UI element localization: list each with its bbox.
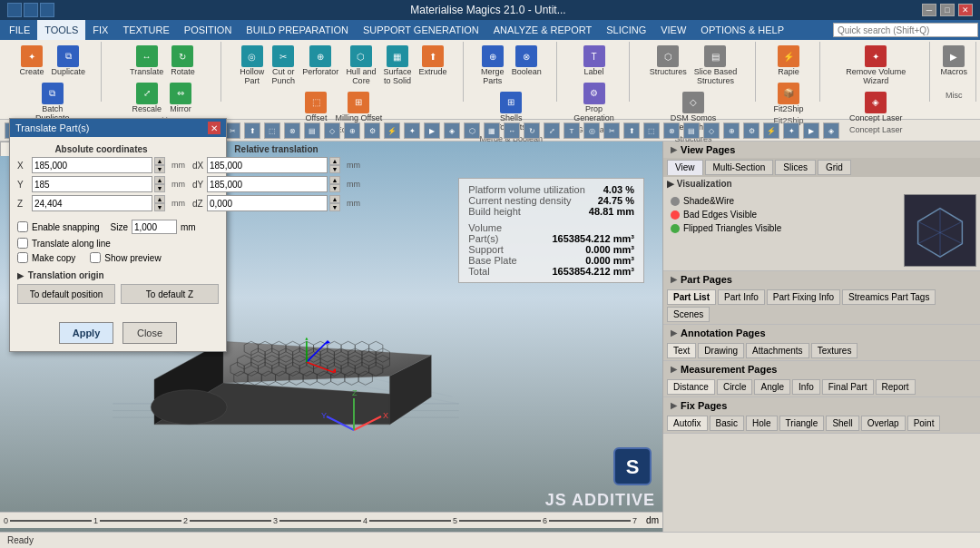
rescale-button[interactable]: ⤢ Rescale [130, 81, 165, 116]
fix-pages-header[interactable]: ▶ Fix Pages [663, 397, 980, 414]
menu-position[interactable]: POSITION [177, 20, 240, 40]
abs-x-input[interactable] [32, 157, 152, 173]
rel-dx-spin-up[interactable]: ▲ [329, 157, 340, 165]
hollow-part-button[interactable]: ◎ HollowPart [237, 44, 267, 88]
fix-tab-shell[interactable]: Shell [826, 416, 858, 431]
ir-icon-21[interactable]: ✦ [404, 122, 420, 139]
ir-icon-39[interactable]: ⚡ [763, 122, 779, 139]
measure-tab-final-part[interactable]: Final Part [822, 379, 874, 395]
visualization-expand[interactable]: ▶ [667, 179, 674, 189]
translate-along-line-checkbox[interactable] [17, 238, 28, 249]
remove-volume-button[interactable]: ✦ Remove VolumeWizard [843, 44, 908, 88]
ir-icon-36[interactable]: ◇ [703, 122, 720, 139]
rel-dy-input[interactable] [207, 176, 328, 192]
menu-view[interactable]: VIEW [653, 20, 693, 40]
rapie-button[interactable]: ⚡ Rapie [774, 44, 803, 79]
ir-icon-37[interactable]: ⊕ [723, 122, 740, 139]
ir-icon-23[interactable]: ◈ [444, 122, 460, 139]
close-dialog-button[interactable]: Close [122, 322, 177, 344]
mirror-button[interactable]: ⇔ Mirror [166, 81, 195, 116]
ir-icon-33[interactable]: ⬚ [643, 122, 660, 139]
abs-y-spin-up[interactable]: ▲ [154, 176, 165, 184]
boolean-ops-button[interactable]: ⊗ Boolean [509, 44, 544, 88]
ir-icon-19[interactable]: ⚙ [364, 122, 380, 139]
dialog-close-button[interactable]: ✕ [208, 122, 220, 134]
view-tab-slices[interactable]: Slices [775, 160, 816, 175]
viz-item-flipped[interactable]: Flipped Triangles Visible [667, 221, 900, 235]
abs-z-input[interactable] [32, 195, 152, 211]
rel-dz-spin-up[interactable]: ▲ [329, 195, 340, 203]
ir-icon-17[interactable]: ◇ [324, 122, 340, 139]
ir-icon-40[interactable]: ✦ [783, 122, 799, 139]
measure-tab-angle[interactable]: Angle [754, 379, 790, 395]
macros-button[interactable]: ▶ Macros [937, 44, 970, 79]
perforator-button[interactable]: ⊕ Perforator [299, 44, 341, 88]
part-tab-fixing[interactable]: Part Fixing Info [767, 289, 840, 305]
ir-icon-27[interactable]: ↻ [524, 122, 540, 139]
to-default-position-button[interactable]: To default position [17, 284, 115, 304]
translation-origin-header[interactable]: ▶ Translation origin [17, 270, 219, 280]
menu-tools[interactable]: TOOLS [37, 20, 85, 40]
measure-tab-distance[interactable]: Distance [667, 379, 715, 395]
structures-button[interactable]: ⬡ Structures [647, 44, 690, 88]
anno-tab-attachments[interactable]: Attachments [746, 343, 809, 358]
prop-generation-button[interactable]: ⚙ PropGeneration [571, 81, 617, 125]
surface-solid-button[interactable]: ▦ Surfaceto Solid [380, 44, 414, 88]
merge-parts-button[interactable]: ⊕ MergeParts [478, 44, 507, 88]
extrude-button[interactable]: ⬆ Extrude [416, 44, 449, 88]
ir-icon-38[interactable]: ⚙ [743, 122, 760, 139]
measurement-pages-header[interactable]: ▶ Measurement Pages [663, 361, 980, 377]
rel-dx-spin-down[interactable]: ▼ [329, 165, 340, 173]
minimize-button[interactable]: ─ [922, 4, 936, 16]
menu-file[interactable]: FILE [2, 20, 37, 40]
menu-build-prep[interactable]: BUILD PREPARATION [239, 20, 356, 40]
abs-x-spin-up[interactable]: ▲ [154, 157, 165, 165]
abs-z-spin-up[interactable]: ▲ [154, 195, 165, 203]
view-tab-grid[interactable]: Grid [818, 160, 851, 175]
anno-tab-textures[interactable]: Textures [811, 343, 858, 358]
part-tab-list[interactable]: Part List [667, 289, 716, 305]
ir-icon-16[interactable]: ▤ [304, 122, 320, 139]
rel-dx-input[interactable] [207, 157, 328, 173]
part-tab-info[interactable]: Part Info [718, 289, 765, 305]
fix-tab-triangle[interactable]: Triangle [779, 416, 825, 431]
view-tab-view[interactable]: View [667, 160, 703, 175]
viz-item-shade-wire[interactable]: Shade&Wire [667, 194, 900, 208]
ir-icon-31[interactable]: ✂ [603, 122, 620, 139]
ir-icon-20[interactable]: ⚡ [384, 122, 400, 139]
label-button[interactable]: T Label [580, 44, 609, 79]
abs-x-spin-down[interactable]: ▼ [154, 165, 165, 173]
menu-texture[interactable]: TEXTURE [115, 20, 176, 40]
ir-icon-41[interactable]: ▶ [803, 122, 819, 139]
viz-item-bad-edges[interactable]: Bad Edges Visible [667, 208, 900, 221]
hull-core-button[interactable]: ⬡ Hull andCore [343, 44, 378, 88]
part-tab-scenes[interactable]: Scenes [667, 307, 710, 322]
fit2ship-button[interactable]: 📦 Fit2Ship [770, 81, 806, 116]
ir-icon-34[interactable]: ⊗ [663, 122, 680, 139]
view-pages-header[interactable]: ▶ View Pages [663, 142, 980, 158]
milling-offset-button[interactable]: ⊞ Milling Offset [332, 90, 385, 125]
ir-icon-30[interactable]: ◎ [583, 122, 600, 139]
create-button[interactable]: ✦ Create [16, 44, 46, 79]
measure-tab-info[interactable]: Info [792, 379, 820, 395]
menu-analyze[interactable]: ANALYZE & REPORT [486, 20, 599, 40]
annotation-pages-header[interactable]: ▶ Annotation Pages [663, 325, 980, 341]
ir-icon-22[interactable]: ▶ [424, 122, 440, 139]
menu-slicing[interactable]: SLICING [599, 20, 653, 40]
to-default-z-button[interactable]: To default Z [121, 284, 219, 304]
ir-icon-26[interactable]: ↔ [504, 122, 520, 139]
cut-or-punch-button[interactable]: ✂ Cut orPunch [269, 44, 298, 88]
ir-icon-24[interactable]: ⬡ [464, 122, 480, 139]
maximize-button[interactable]: □ [940, 4, 955, 16]
enable-snapping-checkbox[interactable] [17, 221, 28, 232]
view-tab-multi-section[interactable]: Multi-Section [705, 160, 774, 175]
ir-icon-25[interactable]: ▦ [484, 122, 500, 139]
anno-tab-text[interactable]: Text [667, 343, 696, 358]
ir-icon-28[interactable]: ⤢ [544, 122, 560, 139]
ir-icon-29[interactable]: T [564, 122, 580, 139]
translate-button[interactable]: ↔ Translate [127, 44, 166, 79]
ir-icon-15[interactable]: ⊗ [284, 122, 300, 139]
rel-dz-input[interactable] [207, 195, 328, 211]
ir-icon-35[interactable]: ▤ [683, 122, 700, 139]
rel-dz-spin-down[interactable]: ▼ [329, 203, 340, 211]
